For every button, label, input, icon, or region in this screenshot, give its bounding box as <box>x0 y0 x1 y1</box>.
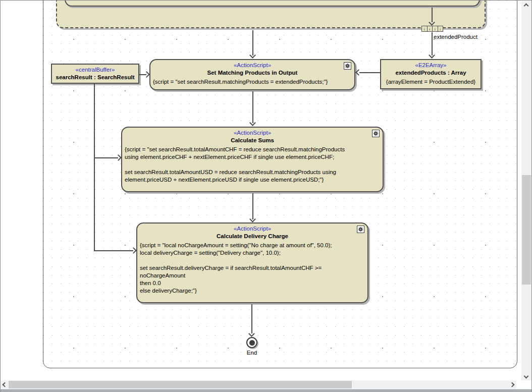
gear-icon <box>344 62 351 70</box>
gear-icon <box>357 226 364 233</box>
edge-calcdelivery-to-end[interactable] <box>251 304 252 333</box>
activity-final-node[interactable] <box>246 337 257 348</box>
node-name: searchResult : SearchResult <box>52 73 138 82</box>
expansion-arrow-icon: ↓ <box>433 26 438 31</box>
expansion-arrow-icon: ↓ <box>422 26 428 31</box>
activity-final-dot <box>249 340 255 346</box>
node-stereotype: «ActionScript» <box>150 60 354 69</box>
node-name: Calculate Sums <box>122 136 383 145</box>
chevron-left-icon[interactable] <box>3 382 8 387</box>
structured-activity-inner-node[interactable] <box>65 0 480 7</box>
node-calculate-sums[interactable]: «ActionScript» Calculate Sums {script = … <box>121 127 384 192</box>
chevron-up-icon[interactable] <box>524 4 529 9</box>
node-set-matching-products[interactable]: «ActionScript» Set Matching Products in … <box>149 59 355 90</box>
node-stereotype: «ActionScript» <box>122 128 383 136</box>
chevron-right-icon[interactable] <box>510 382 515 387</box>
node-script: {script = "set searchResult.matchingProd… <box>150 77 354 86</box>
horizontal-scrollbar[interactable] <box>1 380 516 389</box>
node-name: Set Matching Products in Output <box>150 69 354 77</box>
node-calculate-delivery-charge[interactable]: «ActionScript» Calculate Delivery Charge… <box>136 222 368 303</box>
edge-array-to-setmatching[interactable] <box>359 72 380 73</box>
horizontal-scrollbar-thumb[interactable] <box>9 381 352 388</box>
expansion-arrow-icon: ↓ <box>438 26 443 31</box>
edge-setmatching-to-calcsums[interactable] <box>252 91 253 123</box>
gear-icon <box>372 130 380 137</box>
node-constraint: {arrayElement = ProductExtended} <box>381 77 481 86</box>
edge-buffer-to-calcsums[interactable] <box>94 157 118 158</box>
diagram-editor-window: ↓ ↓ ↓ ↓ extendedProduct «centralBuffer» … <box>0 0 532 392</box>
vertical-scrollbar[interactable] <box>521 1 531 380</box>
node-name: Calculate Delivery Charge <box>137 232 367 241</box>
edge-buffer-to-calcdelivery[interactable] <box>94 250 133 251</box>
node-stereotype: «ActionScript» <box>137 223 367 232</box>
expansion-arrow-icon: ↓ <box>428 26 433 31</box>
expansion-node[interactable]: ↓ ↓ ↓ ↓ <box>421 26 443 32</box>
node-script: {script = "local noChargeAmount = settin… <box>137 241 367 295</box>
node-name: extendedProducts : Array <box>381 69 481 77</box>
node-script: {script = "set searchResult.totalAmountC… <box>122 145 383 184</box>
vertical-scrollbar-thumb[interactable] <box>522 175 531 285</box>
chevron-down-icon[interactable] <box>524 374 529 379</box>
node-stereotype: «E2EArray» <box>381 60 481 69</box>
expansion-node-label: extendedProduct <box>434 34 477 40</box>
end-label: End <box>240 350 264 356</box>
edge-buffer-vertical[interactable] <box>94 84 95 251</box>
node-extended-products-array[interactable]: «E2EArray» extendedProducts : Array {arr… <box>380 59 482 89</box>
node-central-buffer[interactable]: «centralBuffer» searchResult : SearchRes… <box>51 64 139 84</box>
node-stereotype: «centralBuffer» <box>52 65 138 73</box>
